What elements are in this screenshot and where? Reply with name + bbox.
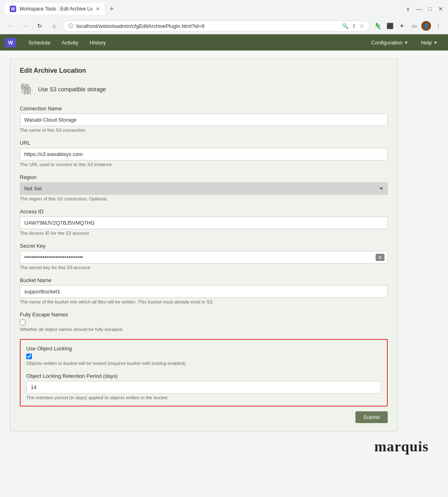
window-chevron: ∨ — [406, 6, 410, 12]
secret-key-wrapper: ⊞ — [20, 251, 388, 263]
connection-name-input[interactable] — [20, 114, 388, 126]
fully-escape-checkbox[interactable] — [20, 320, 25, 325]
cast-icon[interactable]: ▭ — [409, 21, 419, 31]
tab-close-icon[interactable]: ✕ — [96, 6, 100, 12]
form-card: Edit Archive Location 🐘 Use S3 compatibl… — [10, 59, 398, 432]
window-minimize[interactable]: — — [416, 6, 422, 12]
fully-escape-label: Fully Escape Names — [20, 312, 388, 318]
browser-toolbar: 🦎 ⬛ ✦ ▭ 👤 ⋮ — [373, 21, 443, 31]
menu-icon[interactable]: ⋮ — [433, 21, 443, 31]
nav-history[interactable]: History — [84, 34, 112, 51]
use-object-locking-hint: Objects written to bucket will be locked… — [26, 361, 381, 366]
region-group: Region Not Set us-east-1 us-west-1 eu-we… — [20, 174, 388, 201]
forward-button[interactable]: → — [19, 20, 31, 32]
window-controls: ∨ — □ ✕ — [406, 6, 443, 12]
secret-key-input[interactable] — [20, 251, 388, 263]
storage-icon: 🐘 — [20, 82, 34, 96]
url-label: URL — [20, 140, 388, 146]
fully-escape-group: Fully Escape Names Whether all object na… — [20, 312, 388, 332]
reload-button[interactable]: ↻ — [34, 20, 45, 32]
app-nav: W Schedule Activity History Configuratio… — [0, 34, 448, 51]
secret-key-group: Secret Key ⊞ The secret key for this S3 … — [20, 243, 388, 270]
browser-titlebar: W Workspace Tools : Edit Archive Lo ✕ + … — [0, 0, 448, 18]
form-title: Edit Archive Location — [20, 67, 388, 74]
retention-period-label: Object Locking Retention Period (days) — [26, 373, 381, 379]
bucket-name-hint: The name of the bucket into which all fi… — [20, 299, 388, 304]
fully-escape-checkbox-group — [20, 320, 388, 325]
retention-period-hint: The retention period (in days) applied t… — [26, 395, 381, 400]
nav-right: Configuration ▼ Help ▼ — [366, 34, 443, 51]
connection-name-group: Connection Name The name of this S3 conn… — [20, 105, 388, 133]
browser-address-row: ← → ↻ ⌂ ⓘ localhost/wstoolsadmin/cfgEdit… — [0, 18, 448, 34]
access-id-group: Access ID The Access ID for the S3 accou… — [20, 208, 388, 236]
main-content: Edit Archive Location 🐘 Use S3 compatibl… — [0, 51, 448, 497]
browser-chrome: W Workspace Tools : Edit Archive Lo ✕ + … — [0, 0, 448, 34]
region-hint: The region of this S3 connection. Option… — [20, 196, 388, 201]
puzzle2-icon[interactable]: ✦ — [397, 21, 407, 31]
secret-key-hint: The secret key for this S3 account — [20, 265, 388, 270]
puzzle-icon[interactable]: ⬛ — [385, 21, 395, 31]
window-maximize[interactable]: □ — [429, 6, 432, 12]
app-logo: W — [5, 38, 16, 47]
url-group: URL The URL used to connect to this S3 i… — [20, 140, 388, 167]
connection-name-label: Connection Name — [20, 105, 388, 112]
use-object-locking-checkbox[interactable] — [26, 354, 32, 359]
tab-favicon: W — [10, 6, 16, 12]
url-input[interactable] — [20, 148, 388, 160]
browser-tab[interactable]: W Workspace Tools : Edit Archive Lo ✕ — [5, 3, 105, 15]
bookmark-icon: ☆ — [359, 23, 364, 29]
region-label: Region — [20, 174, 388, 180]
nav-schedule[interactable]: Schedule — [23, 34, 56, 51]
access-id-label: Access ID — [20, 208, 388, 215]
new-tab-button[interactable]: + — [106, 5, 117, 13]
back-button[interactable]: ← — [5, 20, 16, 32]
profile-avatar[interactable]: 👤 — [421, 21, 431, 31]
access-id-hint: The Access ID for the S3 account — [20, 231, 388, 236]
submit-row: Submit — [20, 406, 388, 423]
address-text: localhost/wstoolsadmin/cfgEditArchivePlu… — [76, 23, 339, 29]
bucket-name-group: Bucket Name The name of the bucket into … — [20, 277, 388, 304]
share-icon: ⇧ — [352, 23, 356, 29]
use-object-locking-label: Use Object Locking — [26, 345, 381, 352]
region-select[interactable]: Not Set us-east-1 us-west-1 eu-west-1 — [20, 182, 388, 195]
object-locking-section: Use Object Locking Objects written to bu… — [20, 339, 388, 406]
search-icon: 🔍 — [342, 23, 349, 29]
address-bar[interactable]: ⓘ localhost/wstoolsadmin/cfgEditArchiveP… — [63, 21, 370, 32]
extensions-icon[interactable]: 🦎 — [373, 21, 382, 31]
fully-escape-hint: Whether all object names should be fully… — [20, 327, 388, 332]
use-object-locking-checkbox-group — [26, 354, 381, 359]
bucket-name-label: Bucket Name — [20, 277, 388, 283]
submit-button[interactable]: Submit — [355, 411, 388, 423]
tab-title: Workspace Tools : Edit Archive Lo — [19, 6, 93, 12]
lock-icon: ⓘ — [68, 23, 73, 29]
connection-name-hint: The name of this S3 connection — [20, 128, 388, 133]
window-close[interactable]: ✕ — [438, 6, 443, 12]
access-id-input[interactable] — [20, 217, 388, 229]
url-hint: The URL used to connect to this S3 insta… — [20, 162, 388, 167]
secret-key-toggle-button[interactable]: ⊞ — [376, 254, 385, 261]
storage-header: 🐘 Use S3 compatible storage — [20, 82, 388, 96]
nav-configuration[interactable]: Configuration ▼ — [366, 34, 414, 51]
retention-period-input[interactable] — [26, 381, 381, 394]
nav-help[interactable]: Help ▼ — [415, 34, 443, 51]
retention-period-group: Object Locking Retention Period (days) T… — [26, 373, 381, 400]
secret-key-label: Secret Key — [20, 243, 388, 249]
storage-label: Use S3 compatible storage — [38, 86, 106, 93]
home-button[interactable]: ⌂ — [49, 20, 60, 32]
bucket-name-input[interactable] — [20, 285, 388, 298]
marquis-logo: marquis — [10, 432, 438, 461]
nav-activity[interactable]: Activity — [56, 34, 84, 51]
use-object-locking-group: Use Object Locking Objects written to bu… — [26, 345, 381, 366]
